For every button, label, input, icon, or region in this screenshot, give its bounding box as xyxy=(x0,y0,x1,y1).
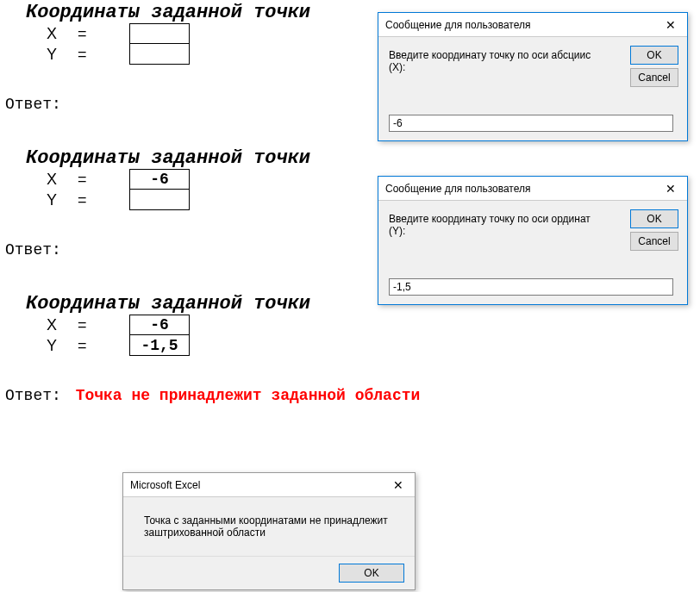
x-label-3: X xyxy=(26,316,78,334)
dialog-title-2: Сообщение для пользователя xyxy=(385,183,530,195)
eq-2a: = xyxy=(78,171,129,189)
close-icon[interactable]: ✕ xyxy=(654,13,687,37)
y-value-cell-2[interactable] xyxy=(129,190,190,210)
x-value-cell-1[interactable] xyxy=(129,23,190,44)
dialog-titlebar-1[interactable]: Сообщение для пользователя ✕ xyxy=(378,13,687,37)
coord-header-3: Координаты заданной точки xyxy=(0,293,700,315)
close-icon[interactable]: ✕ xyxy=(654,177,687,201)
y-label-2: Y xyxy=(26,191,78,209)
x-value-cell-2[interactable]: -6 xyxy=(129,169,190,190)
eq-1a: = xyxy=(78,25,129,43)
close-icon[interactable]: ✕ xyxy=(382,473,415,497)
eq-2b: = xyxy=(78,191,129,209)
dialog-prompt-2: Введите координату точку по оси ординат … xyxy=(389,213,604,237)
y-value-cell-3[interactable]: -1,5 xyxy=(129,335,190,356)
eq-3a: = xyxy=(78,316,129,334)
x-label-2: X xyxy=(26,171,78,189)
dialog-title-1: Сообщение для пользователя xyxy=(385,19,530,31)
cancel-button[interactable]: Cancel xyxy=(630,68,678,87)
x-value-cell-3[interactable]: -6 xyxy=(129,315,190,335)
coord-header-2: Координаты заданной точки xyxy=(0,147,700,169)
dialog-titlebar-2[interactable]: Сообщение для пользователя ✕ xyxy=(378,177,687,201)
ok-button[interactable]: OK xyxy=(630,46,678,65)
x-label-1: X xyxy=(26,25,78,43)
answer-text-3: Точка не принадлежит заданной области xyxy=(76,387,421,404)
excel-msgbox: Microsoft Excel ✕ Точка с заданными коор… xyxy=(122,472,416,590)
ok-button[interactable]: OK xyxy=(339,564,404,583)
cancel-button[interactable]: Cancel xyxy=(630,232,678,251)
y-label-1: Y xyxy=(26,46,78,64)
msgbox-titlebar[interactable]: Microsoft Excel ✕ xyxy=(123,473,415,497)
ok-button[interactable]: OK xyxy=(630,209,678,228)
dialog-prompt-1: Введите координату точку по оси абсциис … xyxy=(389,49,604,73)
msgbox-message: Точка с заданными координатами не принад… xyxy=(144,514,394,539)
answer-label-3: Ответ: Точка не принадлежит заданной обл… xyxy=(0,387,700,404)
eq-1b: = xyxy=(78,46,129,64)
eq-3b: = xyxy=(78,337,129,355)
msgbox-title: Microsoft Excel xyxy=(130,479,200,491)
y-label-3: Y xyxy=(26,337,78,355)
y-value-cell-1[interactable] xyxy=(129,44,190,65)
